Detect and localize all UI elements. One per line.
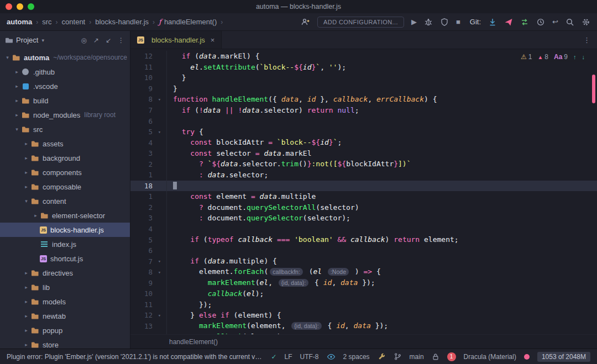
line-number[interactable]: 8	[130, 95, 153, 103]
search-icon[interactable]	[565, 18, 574, 27]
tree-item-models[interactable]: ▸models	[0, 294, 130, 309]
code-line[interactable]: 4 const blockIdAttr = `block--${id}`;	[130, 137, 597, 148]
line-number[interactable]: 11	[130, 300, 153, 309]
collapse-all-icon[interactable]: ↙	[106, 36, 111, 44]
tree-item-index.js[interactable]: index.js	[0, 237, 130, 251]
code-line[interactable]: 6	[130, 115, 597, 126]
chevron-collapsed-icon[interactable]: ▸	[22, 299, 30, 304]
theme-indicator[interactable]: Dracula (Material)	[464, 353, 516, 361]
error-stripe-marker[interactable]	[592, 75, 595, 103]
settings-gear-icon[interactable]	[582, 18, 590, 27]
close-window-button[interactable]	[6, 3, 12, 10]
code-line[interactable]: 3 : document.querySelector(selector);	[130, 213, 597, 224]
line-number[interactable]: 12	[130, 52, 153, 60]
tab-blocks-handler[interactable]: JS blocks-handler.js ×	[130, 31, 222, 49]
code-line[interactable]: 12▾ } else if (element) {	[130, 310, 597, 321]
code-line[interactable]: 13 markElement(element, {id, data}: { id…	[130, 321, 597, 332]
chevron-collapsed-icon[interactable]: ▸	[22, 141, 30, 146]
git-branch-icon[interactable]	[394, 352, 402, 361]
wrench-icon[interactable]	[378, 352, 386, 361]
tree-item-directives[interactable]: ▸directives	[0, 266, 130, 280]
fold-arrow-icon[interactable]: ▾	[153, 256, 167, 267]
tree-item-automa[interactable]: ▾automa~/workspace/opensource	[0, 50, 130, 65]
chevron-expanded-icon[interactable]: ▾	[3, 55, 12, 60]
encoding-indicator[interactable]: UTF-8	[300, 353, 319, 361]
chevron-collapsed-icon[interactable]: ▸	[22, 342, 30, 347]
chevron-collapsed-icon[interactable]: ▸	[13, 98, 21, 103]
code-line[interactable]: 1 const element = data.multiple	[130, 191, 597, 202]
breadcrumb-src[interactable]: src	[42, 18, 51, 26]
zoom-window-button[interactable]	[28, 3, 34, 10]
line-number[interactable]: 11	[130, 63, 153, 71]
reader-mode-eye-icon[interactable]	[327, 352, 336, 361]
line-number[interactable]: 1	[130, 192, 153, 201]
line-number[interactable]: 2	[130, 160, 153, 168]
code-line[interactable]: 8▾ element.forEach(callbackfn: (el :Node…	[130, 267, 597, 278]
tree-item-shortcut.js[interactable]: JSshortcut.js	[0, 251, 130, 266]
code-editor[interactable]: 12 if (data.markEl) {11 el.setAttribute(…	[130, 49, 597, 334]
tree-item-src[interactable]: ▾src	[0, 122, 130, 136]
accent-dot-icon[interactable]	[524, 354, 530, 360]
code-line[interactable]: 9 markElement(el, {id, data}: { id, data…	[130, 277, 597, 288]
code-line[interactable]: 9}	[130, 83, 597, 94]
code-line[interactable]: 6	[130, 245, 597, 256]
chevron-collapsed-icon[interactable]: ▸	[22, 328, 30, 333]
rollback-icon[interactable]: ↩	[552, 18, 558, 27]
code-line[interactable]: 2 ? `${data.selector.trim()}:not([${bloc…	[130, 159, 597, 170]
code-line[interactable]: 10 }	[130, 72, 597, 83]
line-number[interactable]: 10	[130, 73, 153, 82]
tab-options-icon[interactable]: ⋮	[577, 36, 597, 44]
chevron-collapsed-icon[interactable]: ▸	[22, 270, 30, 276]
lock-icon[interactable]	[432, 353, 439, 361]
chevron-expanded-icon[interactable]: ▾	[13, 126, 21, 132]
tree-item-lib[interactable]: ▸lib	[0, 280, 130, 294]
line-number[interactable]: 8	[130, 268, 153, 276]
code-line[interactable]: 11 el.setAttribute(`block--${id}`, '');	[130, 62, 597, 73]
code-line[interactable]: 10 callback(el);	[130, 288, 597, 299]
code-line[interactable]: 5 if (typeof callback === 'boolean' && c…	[130, 234, 597, 245]
locate-file-icon[interactable]: ◎	[81, 36, 86, 44]
breadcrumb-function[interactable]: handleElement()	[164, 18, 217, 26]
line-number[interactable]: 9	[130, 279, 153, 287]
minimize-window-button[interactable]	[17, 3, 23, 10]
breadcrumb-content[interactable]: content	[62, 18, 86, 26]
breadcrumb-current-function[interactable]: handleElement()	[169, 338, 218, 346]
close-tab-icon[interactable]: ×	[211, 36, 215, 44]
tree-item-build[interactable]: ▸build	[0, 93, 130, 108]
chevron-collapsed-icon[interactable]: ▸	[32, 213, 40, 218]
tree-item-blocks-handler.js[interactable]: JSblocks-handler.js	[0, 223, 130, 237]
previous-problem-icon[interactable]: ↑	[573, 54, 577, 60]
tree-item-assets[interactable]: ▸assets	[0, 136, 130, 151]
fold-arrow-icon[interactable]: ▾	[153, 267, 167, 278]
code-line[interactable]: 2 ? document.querySelectorAll(selector)	[130, 202, 597, 213]
code-line[interactable]: 8▾function handleElement({ data, id }, c…	[130, 94, 597, 105]
line-number[interactable]: 2	[130, 203, 153, 212]
line-number[interactable]: 9	[130, 85, 153, 93]
inspections-widget[interactable]: ⚠1 ▲8 Aa9 ↑ ↓	[519, 52, 587, 62]
expand-all-icon[interactable]: ↗	[93, 36, 99, 44]
tree-item-content[interactable]: ▾content	[0, 194, 130, 208]
push-icon[interactable]	[504, 18, 513, 27]
line-number[interactable]: 13	[130, 322, 153, 330]
chevron-collapsed-icon[interactable]: ▸	[22, 313, 30, 319]
fold-arrow-icon[interactable]: ▾	[153, 94, 167, 105]
tree-item-newtab[interactable]: ▸newtab	[0, 309, 130, 323]
code-line[interactable]: 5▾ try {	[130, 126, 597, 138]
memory-indicator[interactable]: 1053 of 2048M	[537, 352, 590, 362]
more-options-icon[interactable]: ⋮	[118, 36, 124, 44]
tree-item-background[interactable]: ▸background	[0, 151, 130, 165]
run-icon[interactable]: ▶	[411, 18, 417, 27]
line-number[interactable]: 4	[130, 139, 153, 147]
chevron-expanded-icon[interactable]: ▾	[22, 198, 30, 204]
branch-name[interactable]: main	[410, 353, 424, 361]
line-number[interactable]: 6	[130, 246, 153, 255]
line-number[interactable]: 12	[130, 311, 153, 319]
line-number[interactable]: 7	[130, 106, 153, 114]
chevron-collapsed-icon[interactable]: ▸	[22, 284, 30, 290]
breadcrumb-project[interactable]: automa	[7, 18, 32, 26]
line-number[interactable]: 10	[130, 289, 153, 298]
indent-indicator[interactable]: 2 spaces	[343, 353, 370, 361]
line-number[interactable]: 3	[130, 214, 153, 222]
tree-item-composable[interactable]: ▸composable	[0, 180, 130, 194]
breadcrumb-file[interactable]: blocks-handler.js	[95, 18, 149, 26]
